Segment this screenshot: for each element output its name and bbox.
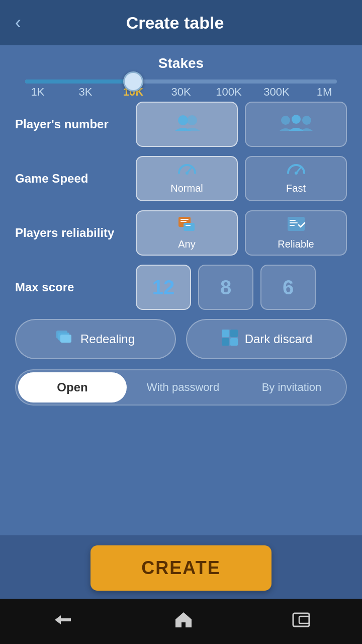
nav-bar bbox=[0, 599, 362, 644]
max-score-row: Max score 12 8 6 bbox=[15, 265, 347, 310]
access-invitation-label: By invitation bbox=[262, 381, 322, 394]
toggle-row: Redealing Dark discard bbox=[15, 319, 347, 359]
svg-rect-12 bbox=[184, 223, 195, 231]
player-two-button[interactable] bbox=[136, 102, 238, 147]
max-score-label: Max score bbox=[15, 280, 136, 294]
reliability-reliable-label: Reliable bbox=[278, 238, 314, 250]
speed-normal-label: Normal bbox=[170, 183, 203, 194]
score-12-value: 12 bbox=[152, 276, 175, 299]
svg-rect-22 bbox=[222, 330, 229, 337]
speed-fast-button[interactable]: Fast bbox=[245, 156, 347, 201]
svg-point-3 bbox=[292, 115, 301, 124]
slider-thumb[interactable] bbox=[123, 71, 143, 92]
game-speed-row: Game Speed Normal bbox=[15, 156, 347, 201]
reliability-options: Any Reliable bbox=[136, 210, 347, 256]
header-title: Create table bbox=[31, 13, 319, 33]
score-12-button[interactable]: 12 bbox=[136, 265, 191, 310]
svg-rect-24 bbox=[222, 338, 229, 346]
access-open-button[interactable]: Open bbox=[18, 372, 127, 403]
player-three-button[interactable] bbox=[245, 102, 347, 147]
access-password-button[interactable]: With password bbox=[129, 370, 237, 405]
svg-rect-10 bbox=[180, 219, 189, 220]
slider-labels: 1K 3K 10K 30K 100K 300K 1M bbox=[20, 86, 342, 99]
redealing-button[interactable]: Redealing bbox=[15, 319, 176, 359]
svg-point-2 bbox=[281, 116, 290, 125]
score-8-value: 8 bbox=[220, 276, 231, 299]
reliability-any-label: Any bbox=[178, 238, 195, 250]
nav-home-button[interactable] bbox=[174, 611, 193, 632]
svg-point-6 bbox=[186, 172, 189, 175]
svg-point-0 bbox=[178, 115, 188, 125]
create-button[interactable]: CREATE bbox=[90, 545, 272, 591]
bottom-action-bar: CREATE bbox=[0, 535, 362, 599]
stakes-section: Stakes 1K 3K 10K 30K 100K 300K 1M bbox=[15, 55, 347, 99]
slider-fill bbox=[25, 79, 128, 84]
access-open-label: Open bbox=[57, 380, 87, 394]
nav-back-button[interactable] bbox=[50, 612, 75, 631]
svg-point-1 bbox=[187, 115, 197, 125]
dark-discard-button[interactable]: Dark discard bbox=[186, 319, 347, 359]
label-3k: 3K bbox=[70, 86, 101, 99]
svg-rect-27 bbox=[299, 616, 309, 623]
game-speed-options: Normal Fast bbox=[136, 156, 347, 201]
reliability-reliable-icon bbox=[287, 216, 306, 236]
svg-rect-17 bbox=[290, 225, 295, 226]
speed-fast-icon bbox=[286, 163, 306, 181]
svg-rect-26 bbox=[293, 613, 309, 626]
svg-rect-14 bbox=[288, 217, 305, 231]
back-button[interactable]: ‹ bbox=[15, 12, 21, 33]
stakes-title: Stakes bbox=[15, 55, 347, 71]
score-6-value: 6 bbox=[283, 276, 294, 299]
svg-rect-11 bbox=[180, 221, 187, 222]
speed-fast-label: Fast bbox=[286, 183, 306, 194]
svg-rect-25 bbox=[230, 338, 238, 346]
reliability-label: Players reliability bbox=[15, 226, 136, 240]
header: ‹ Create table bbox=[0, 0, 362, 45]
score-8-button[interactable]: 8 bbox=[198, 265, 253, 310]
svg-rect-20 bbox=[60, 335, 71, 343]
label-300k: 300K bbox=[261, 86, 292, 99]
dark-discard-label: Dark discard bbox=[245, 332, 313, 346]
label-1m: 1M bbox=[309, 86, 339, 99]
main-content: Stakes 1K 3K 10K 30K 100K 300K 1M Player… bbox=[0, 45, 362, 535]
reliability-row: Players reliability Any bbox=[15, 210, 347, 256]
svg-rect-13 bbox=[186, 225, 191, 226]
player-number-options bbox=[136, 102, 347, 147]
game-speed-label: Game Speed bbox=[15, 172, 136, 186]
label-1k: 1K bbox=[23, 86, 53, 99]
stakes-slider[interactable]: 1K 3K 10K 30K 100K 300K 1M bbox=[20, 79, 342, 99]
svg-rect-16 bbox=[290, 222, 298, 223]
svg-point-4 bbox=[302, 116, 311, 125]
speed-normal-button[interactable]: Normal bbox=[136, 156, 238, 201]
reliability-any-button[interactable]: Any bbox=[136, 210, 238, 256]
slider-track bbox=[25, 79, 337, 84]
svg-point-8 bbox=[295, 172, 298, 175]
player-number-row: Player's number bbox=[15, 102, 347, 147]
speed-normal-icon bbox=[177, 163, 197, 181]
two-players-icon bbox=[174, 114, 200, 135]
access-invitation-button[interactable]: By invitation bbox=[237, 370, 346, 405]
player-number-label: Player's number bbox=[15, 117, 136, 131]
access-mode-row: Open With password By invitation bbox=[15, 369, 347, 406]
label-30k: 30K bbox=[166, 86, 196, 99]
svg-rect-15 bbox=[290, 220, 296, 221]
access-password-label: With password bbox=[147, 381, 219, 394]
redealing-label: Redealing bbox=[80, 332, 135, 346]
label-100k: 100K bbox=[214, 86, 244, 99]
svg-rect-23 bbox=[230, 330, 238, 337]
redealing-icon bbox=[56, 330, 74, 349]
max-score-options: 12 8 6 bbox=[136, 265, 316, 310]
three-players-icon bbox=[280, 114, 313, 135]
dark-discard-icon bbox=[221, 329, 239, 350]
score-6-button[interactable]: 6 bbox=[260, 265, 316, 310]
nav-recents-button[interactable] bbox=[292, 612, 312, 631]
reliability-any-icon bbox=[177, 216, 197, 236]
reliability-reliable-button[interactable]: Reliable bbox=[245, 210, 347, 256]
